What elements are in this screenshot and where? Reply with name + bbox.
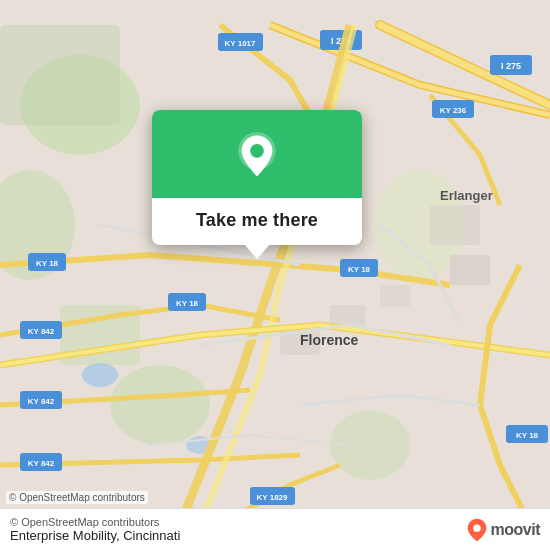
popup-header: [152, 110, 362, 198]
svg-text:KY 236: KY 236: [440, 106, 467, 115]
svg-text:I 275: I 275: [501, 61, 521, 71]
svg-rect-6: [0, 25, 120, 125]
svg-point-43: [473, 524, 480, 531]
svg-point-8: [82, 363, 118, 387]
svg-rect-13: [430, 205, 480, 245]
moovit-logo: moovit: [466, 517, 540, 543]
svg-rect-14: [450, 255, 490, 285]
moovit-brand-text: moovit: [491, 521, 540, 539]
svg-text:KY 18: KY 18: [176, 299, 199, 308]
svg-text:Florence: Florence: [300, 332, 359, 348]
popup-footer: Take me there: [152, 198, 362, 245]
svg-text:KY 842: KY 842: [28, 459, 55, 468]
attribution-text: © OpenStreetMap contributors: [10, 516, 180, 528]
svg-point-3: [110, 365, 210, 445]
moovit-pin-icon: [466, 517, 488, 543]
map-background: I 275 I 275 KY 1017 KY 236 Erlanger KY 1…: [0, 0, 550, 550]
svg-text:KY 842: KY 842: [28, 397, 55, 406]
svg-text:KY 1017: KY 1017: [225, 39, 257, 48]
svg-point-42: [250, 144, 264, 158]
svg-rect-12: [380, 285, 410, 307]
svg-text:KY 18: KY 18: [348, 265, 371, 274]
svg-text:KY 18: KY 18: [36, 259, 59, 268]
svg-text:KY 1829: KY 1829: [257, 493, 289, 502]
popup-card: Take me there: [152, 110, 362, 245]
map-container: I 275 I 275 KY 1017 KY 236 Erlanger KY 1…: [0, 0, 550, 550]
bottom-bar: © OpenStreetMap contributors Enterprise …: [0, 508, 550, 550]
svg-text:KY 18: KY 18: [516, 431, 539, 440]
location-pin-icon: [233, 132, 281, 180]
business-name: Enterprise Mobility, Cincinnati: [10, 528, 180, 543]
svg-text:KY 842: KY 842: [28, 327, 55, 336]
osm-attribution: © OpenStreetMap contributors: [6, 491, 148, 504]
take-me-there-button[interactable]: Take me there: [196, 210, 318, 231]
svg-text:Erlanger: Erlanger: [440, 188, 493, 203]
